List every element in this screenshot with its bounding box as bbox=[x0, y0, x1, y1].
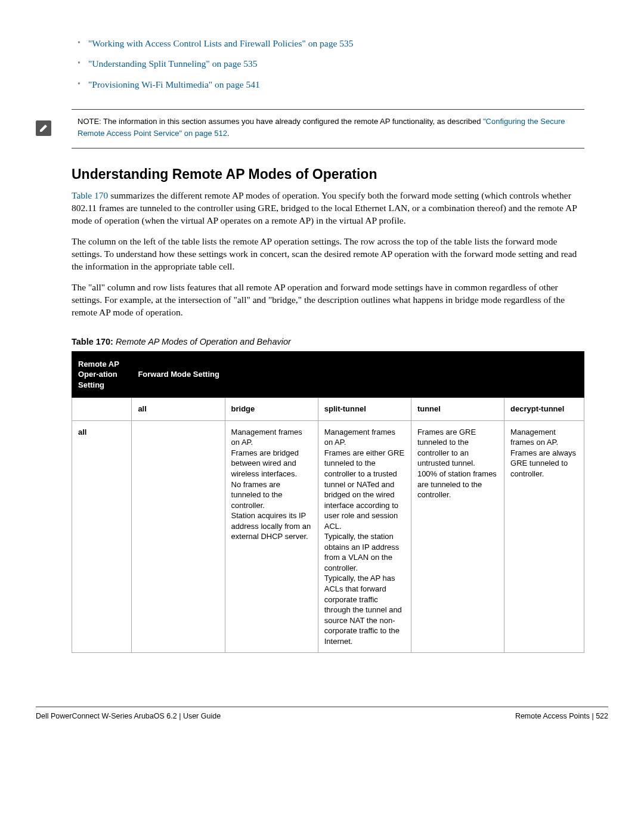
table-subheader-row: all bridge split-tunnel tunnel decrypt-t… bbox=[72, 398, 584, 421]
header-forward-mode: Forward Mode Setting bbox=[132, 351, 584, 398]
modes-table: Remote AP Oper-ation Setting Forward Mod… bbox=[72, 351, 584, 654]
section-heading: Understanding Remote AP Modes of Operati… bbox=[72, 166, 584, 182]
cross-ref-link[interactable]: "Understanding Split Tunneling" on page … bbox=[88, 58, 257, 69]
caption-number: Table 170: bbox=[72, 337, 113, 346]
body-paragraph: Table 170 summarizes the different remot… bbox=[72, 190, 584, 227]
note-text: NOTE: The information in this section as… bbox=[72, 116, 584, 140]
list-item: "Understanding Split Tunneling" on page … bbox=[72, 56, 584, 72]
pencil-icon bbox=[36, 120, 51, 136]
subheader-cell: bridge bbox=[225, 398, 318, 421]
caption-title: Remote AP Modes of Operation and Behavio… bbox=[113, 337, 291, 346]
table-header-row: Remote AP Oper-ation Setting Forward Mod… bbox=[72, 351, 584, 398]
list-item: "Working with Access Control Lists and F… bbox=[72, 36, 584, 51]
list-item: "Provisioning Wi-Fi Multimedia" on page … bbox=[72, 77, 584, 92]
cross-ref-link[interactable]: "Working with Access Control Lists and F… bbox=[88, 38, 354, 48]
subheader-cell: decrypt-tunnel bbox=[504, 398, 584, 421]
paragraph-text: summarizes the different remote AP modes… bbox=[72, 190, 577, 225]
header-op-setting: Remote AP Oper-ation Setting bbox=[72, 351, 132, 398]
table-ref-link[interactable]: Table 170 bbox=[72, 190, 108, 200]
body-paragraph: The "all" column and row lists features … bbox=[72, 281, 584, 319]
subheader-cell: all bbox=[132, 398, 225, 421]
cell-bridge: Management frames on AP. Frames are brid… bbox=[225, 420, 318, 652]
cell-split: Management frames on AP. Frames are eith… bbox=[318, 420, 411, 652]
note-callout: NOTE: The information in this section as… bbox=[72, 109, 584, 148]
subheader-cell bbox=[72, 398, 132, 421]
cell-tunnel: Frames are GRE tunneled to the controlle… bbox=[411, 420, 504, 652]
subheader-cell: split-tunnel bbox=[318, 398, 411, 421]
subheader-cell: tunnel bbox=[411, 398, 504, 421]
cross-reference-list: "Working with Access Control Lists and F… bbox=[72, 36, 584, 92]
note-prefix: NOTE: The information in this section as… bbox=[78, 117, 483, 126]
cross-ref-link[interactable]: "Provisioning Wi-Fi Multimedia" on page … bbox=[88, 79, 260, 89]
row-label: all bbox=[72, 420, 132, 652]
page-footer: Dell PowerConnect W-Series ArubaOS 6.2 |… bbox=[36, 707, 608, 744]
cell-all bbox=[132, 420, 225, 652]
note-suffix: . bbox=[227, 129, 230, 138]
table-caption: Table 170: Remote AP Modes of Operation … bbox=[72, 337, 584, 346]
note-icon-wrap bbox=[36, 120, 51, 136]
cell-decrypt: Management frames on AP. Frames are alwa… bbox=[504, 420, 584, 652]
body-paragraph: The column on the left of the table list… bbox=[72, 236, 584, 273]
footer-right: Remote Access Points | 522 bbox=[515, 712, 608, 720]
table-row: all Management frames on AP. Frames are … bbox=[72, 420, 584, 652]
footer-left: Dell PowerConnect W-Series ArubaOS 6.2 |… bbox=[36, 712, 221, 720]
